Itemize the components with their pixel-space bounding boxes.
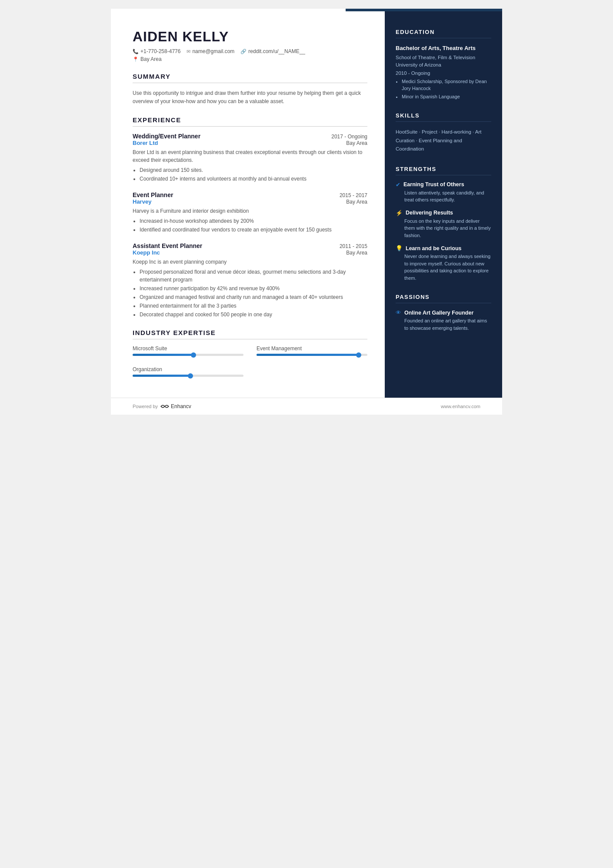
brand-name: Enhancv (171, 403, 191, 409)
job-title-2: Event Planner (133, 191, 173, 198)
expertise-dot-3 (188, 373, 193, 379)
job-block-2: Event Planner 2015 - 2017 Harvey Bay Are… (133, 191, 367, 234)
job-location-2: Bay Area (346, 199, 367, 205)
strength-desc-3: Never done learning and always seeking t… (396, 253, 491, 282)
education-header: EDUCATION (396, 29, 491, 38)
company-name-3: Koepp Inc (133, 249, 160, 256)
company-line-3: Koepp Inc Bay Area (133, 249, 367, 256)
footer-brand: Powered by Enhancv (133, 403, 191, 409)
experience-header: EXPERIENCE (133, 116, 367, 127)
passions-section: PASSIONS 👁 Online Art Gallery Founder Fo… (396, 294, 491, 332)
enhancv-logo: Enhancv (160, 403, 191, 409)
expertise-item-1: Microsoft Suite (133, 345, 243, 356)
job-block-3: Assistant Event Planner 2011 - 2015 Koep… (133, 242, 367, 318)
edu-school: School of Theatre, Film & Television Uni… (396, 54, 491, 69)
company-line-1: Borer Ltd Bay Area (133, 140, 367, 146)
job-location-1: Bay Area (346, 140, 367, 146)
bullet-3-3: Organized and managed festival and chari… (140, 293, 367, 301)
footer: Powered by Enhancv www.enhancv.com (111, 398, 502, 415)
job-bullets-1: Designed around 150 sites. Coordinated 1… (133, 166, 367, 183)
reddit-text: reddit.com/u/__NAME__ (248, 48, 305, 54)
job-header-1: Wedding/Event Planner 2017 - Ongoing (133, 133, 367, 140)
job-header-2: Event Planner 2015 - 2017 (133, 191, 367, 198)
passion-title-1: Online Art Gallery Founder (404, 310, 473, 316)
company-name-2: Harvey (133, 198, 151, 205)
strength-title-3: Learn and be Curious (406, 245, 462, 251)
location-icon: 📍 (133, 57, 139, 62)
skills-header: SKILLS (396, 112, 491, 122)
expertise-label-2: Event Management (257, 345, 367, 352)
education-section: EDUCATION Bachelor of Arts, Theatre Arts… (396, 29, 491, 100)
contact-line: 📞 +1-770-258-4776 ✉ name@gmail.com 🔗 red… (133, 48, 367, 54)
job-header-3: Assistant Event Planner 2011 - 2015 (133, 242, 367, 249)
bullet-3-5: Decorated chappel and cooked for 500 peo… (140, 311, 367, 318)
edu-dates: 2010 - Ongoing (396, 70, 491, 76)
passion-desc-1: Founded an online art gallery that aims … (396, 317, 491, 332)
expertise-dot-1 (191, 352, 196, 358)
company-name-1: Borer Ltd (133, 140, 158, 146)
phone-item: 📞 +1-770-258-4776 (133, 48, 180, 54)
main-body: AIDEN KELLY 📞 +1-770-258-4776 ✉ name@gma… (111, 11, 502, 398)
job-title-3: Assistant Event Planner (133, 242, 202, 249)
strength-item-2: ⚡ Delivering Results Focus on the key in… (396, 210, 491, 239)
passion-icon-1: 👁 (396, 309, 401, 316)
phone-icon: 📞 (133, 49, 139, 54)
skills-text: HootSuite · Project · Hard-working · Art… (396, 128, 491, 154)
email-icon: ✉ (187, 49, 190, 54)
expertise-track-3 (133, 375, 243, 377)
job-dates-2: 2015 - 2017 (340, 192, 367, 198)
strength-item-3: 💡 Learn and be Curious Never done learni… (396, 245, 491, 282)
phone-text: +1-770-258-4776 (140, 48, 180, 54)
email-text: name@gmail.com (192, 48, 234, 54)
expertise-item-3: Organization (133, 366, 243, 377)
bullet-3-4: Planned entertainment for all the 3 part… (140, 302, 367, 310)
job-desc-2: Harvey is a Furniture and interior desig… (133, 207, 367, 215)
expertise-fill-1 (133, 354, 193, 356)
expertise-item-2: Event Management (257, 345, 367, 356)
summary-text: Use this opportunity to intrigue and dra… (133, 89, 367, 106)
passion-item-1: 👁 Online Art Gallery Founder Founded an … (396, 309, 491, 332)
strength-title-1: Earning Trust of Others (403, 181, 464, 188)
location-text: Bay Area (140, 56, 162, 62)
company-line-2: Harvey Bay Area (133, 198, 367, 205)
job-dates-1: 2017 - Ongoing (331, 134, 367, 140)
strength-icon-1: ✔ (396, 181, 400, 188)
strength-title-line-2: ⚡ Delivering Results (396, 210, 491, 216)
reddit-item: 🔗 reddit.com/u/__NAME__ (240, 48, 305, 54)
job-desc-1: Borer Ltd is an event planning business … (133, 148, 367, 164)
job-block-1: Wedding/Event Planner 2017 - Ongoing Bor… (133, 133, 367, 183)
edu-bullet-2: Minor in Spanish Language (402, 93, 491, 101)
edu-degree: Bachelor of Arts, Theatre Arts (396, 44, 491, 52)
footer-website: www.enhancv.com (441, 404, 480, 409)
strength-desc-2: Focus on the key inputs and deliver them… (396, 218, 491, 239)
candidate-name: AIDEN KELLY (133, 29, 367, 45)
expertise-track-1 (133, 354, 243, 356)
strength-icon-3: 💡 (396, 245, 403, 251)
expertise-label-3: Organization (133, 366, 243, 372)
expertise-label-1: Microsoft Suite (133, 345, 243, 352)
expertise-fill-2 (257, 354, 359, 356)
strengths-header: STRENGTHS (396, 166, 491, 175)
name-section: AIDEN KELLY 📞 +1-770-258-4776 ✉ name@gma… (133, 29, 367, 62)
link-icon: 🔗 (240, 49, 247, 54)
passions-header: PASSIONS (396, 294, 491, 303)
expertise-dot-2 (356, 352, 361, 358)
left-column: AIDEN KELLY 📞 +1-770-258-4776 ✉ name@gma… (111, 11, 385, 398)
bullet-2-1: Increased in-house workshop attendees by… (140, 217, 367, 225)
bullet-3-2: Increased runner participation by 42% an… (140, 285, 367, 292)
job-title-1: Wedding/Event Planner (133, 133, 200, 140)
strength-desc-1: Listen attentively, speak candidly, and … (396, 189, 491, 204)
strengths-section: STRENGTHS ✔ Earning Trust of Others List… (396, 166, 491, 282)
strength-item-1: ✔ Earning Trust of Others Listen attenti… (396, 181, 491, 204)
skills-section: SKILLS HootSuite · Project · Hard-workin… (396, 112, 491, 154)
job-bullets-2: Increased in-house workshop attendees by… (133, 217, 367, 234)
expertise-grid: Microsoft Suite Event Management (133, 345, 367, 380)
edu-bullet-1: Medici Scholarship, Sponsored by Dean Jo… (402, 78, 491, 92)
passion-title-line-1: 👁 Online Art Gallery Founder (396, 309, 491, 316)
right-column: EDUCATION Bachelor of Arts, Theatre Arts… (385, 11, 502, 398)
job-location-3: Bay Area (346, 250, 367, 256)
expertise-header: INDUSTRY EXPERTISE (133, 329, 367, 339)
logo-svg (160, 403, 169, 409)
job-desc-3: Koepp Inc is an event planning company (133, 258, 367, 266)
edu-bullets: Medici Scholarship, Sponsored by Dean Jo… (396, 78, 491, 101)
